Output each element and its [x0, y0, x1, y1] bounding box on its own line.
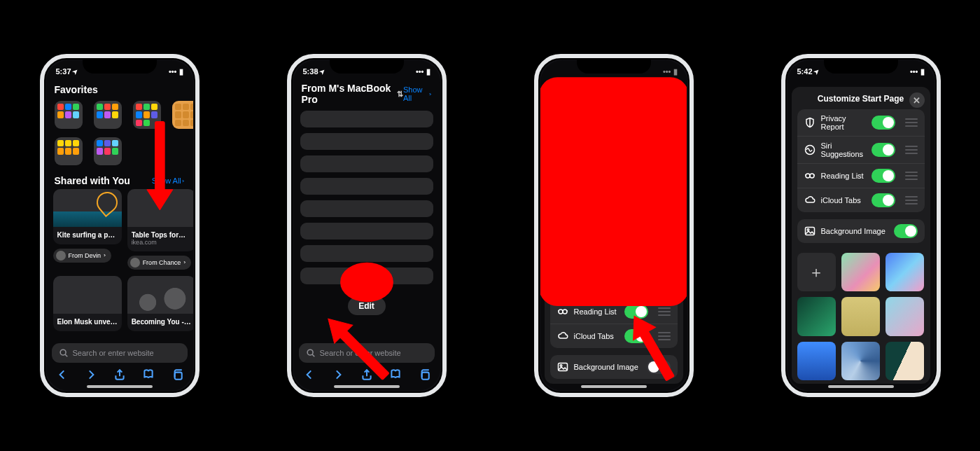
tab-row[interactable] [300, 268, 433, 284]
add-wallpaper-button[interactable]: ＋ [797, 253, 836, 291]
home-indicator[interactable] [87, 385, 153, 388]
wallpaper-option[interactable] [797, 342, 836, 380]
status-time: 5:38 [303, 67, 318, 76]
favorite-folder[interactable] [94, 137, 122, 165]
close-button[interactable]: ✕ [909, 92, 925, 108]
settings-row: Siri Suggestions [797, 137, 925, 164]
back-icon[interactable] [303, 368, 316, 381]
wallpaper-option[interactable] [886, 342, 924, 380]
sheet-title: Customize Start Page [818, 94, 904, 104]
status-indicators: ••• ▮ [169, 67, 183, 76]
search-field[interactable]: Search or enter website [52, 343, 188, 363]
shared-with-you-header: Shared with You [55, 175, 130, 186]
tabs-icon[interactable] [171, 368, 183, 381]
tab-row[interactable] [300, 155, 433, 172]
siri-icon [804, 144, 816, 155]
row-toggle[interactable] [624, 224, 648, 238]
bookmarks-icon[interactable] [142, 368, 155, 381]
favorite-folder[interactable] [94, 101, 122, 129]
edit-button[interactable]: Edit [348, 297, 386, 315]
wallpaper-option[interactable] [886, 253, 924, 291]
row-toggle[interactable] [624, 329, 648, 343]
settings-row: Reading List [550, 300, 678, 324]
close-button[interactable]: ✕ [662, 92, 678, 108]
drag-handle-icon[interactable] [658, 200, 671, 208]
show-all-link[interactable]: Show All› [403, 85, 432, 102]
home-indicator[interactable] [334, 385, 400, 388]
home-indicator[interactable] [828, 385, 894, 388]
location-icon: ➤ [71, 67, 80, 76]
share-icon[interactable] [113, 368, 126, 381]
row-label: Privacy Report [574, 250, 619, 267]
tab-row[interactable] [300, 245, 433, 262]
sync-toggle[interactable] [647, 116, 671, 130]
wallpaper-option[interactable] [841, 297, 880, 335]
tab-row[interactable] [300, 223, 433, 240]
star-icon [557, 172, 568, 183]
tab-row[interactable] [300, 133, 433, 150]
phone-4-background-images: 5:42➤ ••• ▮ Customize Start Page ✕ Priva… [781, 54, 941, 397]
favorite-folder[interactable] [55, 101, 83, 129]
bg-image-toggle[interactable] [647, 360, 671, 374]
updown-icon[interactable]: ⇅ [397, 90, 403, 99]
row-toggle[interactable] [872, 143, 895, 157]
row-label: Reading List [574, 307, 619, 316]
contact-chip[interactable]: From Devin› [53, 249, 112, 263]
shared-card[interactable]: Becoming You -… [127, 276, 193, 331]
show-all-link[interactable]: Show All› [152, 176, 185, 185]
bg-image-toggle[interactable] [894, 224, 918, 238]
tabs-icon[interactable] [418, 368, 430, 381]
shared-card[interactable]: Table Tops for…ikea.com From Chance› [127, 189, 193, 270]
drag-handle-icon[interactable] [658, 254, 671, 263]
row-toggle[interactable] [872, 116, 895, 130]
drag-handle-icon[interactable] [905, 196, 918, 204]
row-toggle[interactable] [624, 197, 648, 211]
cloud-icon [557, 331, 568, 342]
favorite-folder[interactable] [172, 101, 193, 129]
drag-handle-icon[interactable] [658, 307, 671, 316]
icloud-tabs-list [293, 105, 440, 290]
row-toggle[interactable] [872, 193, 895, 207]
row-toggle[interactable] [624, 251, 648, 265]
settings-row: Reading List [797, 164, 925, 188]
drag-handle-icon[interactable] [905, 146, 918, 154]
row-label: iCloud Tabs [574, 332, 619, 340]
status-time: 5:42 [797, 67, 813, 76]
siri-icon [557, 280, 568, 291]
people-icon [557, 226, 568, 237]
location-icon: ➤ [318, 67, 327, 76]
drag-handle-icon[interactable] [658, 282, 671, 290]
bookmarks-icon[interactable] [389, 368, 402, 381]
row-toggle[interactable] [624, 171, 648, 185]
tab-row[interactable] [300, 200, 433, 217]
card-thumb [127, 276, 193, 314]
row-label: Privacy Report [821, 114, 866, 131]
drag-handle-icon[interactable] [905, 118, 918, 127]
home-indicator[interactable] [581, 385, 647, 388]
drag-handle-icon[interactable] [658, 227, 671, 235]
row-toggle[interactable] [872, 169, 895, 183]
phone-1-start-page: 5:37➤ ••• ▮ Favorites Shared with You Sh… [40, 54, 200, 397]
favorites-grid [53, 99, 186, 172]
row-toggle[interactable] [624, 305, 648, 319]
back-icon[interactable] [56, 368, 69, 381]
wallpaper-option[interactable] [841, 253, 880, 291]
drag-handle-icon[interactable] [905, 172, 918, 180]
wallpaper-option[interactable] [797, 297, 836, 335]
drag-handle-icon[interactable] [658, 332, 671, 340]
tab-row[interactable] [300, 111, 433, 127]
search-field[interactable]: Search or enter website [299, 343, 435, 363]
shared-card[interactable]: Elon Musk unve… [53, 276, 122, 331]
contact-chip[interactable]: From Chance› [127, 256, 192, 270]
tab-row[interactable] [300, 178, 433, 195]
share-icon[interactable] [360, 368, 373, 381]
favorite-folder[interactable] [55, 137, 83, 165]
row-toggle[interactable] [624, 279, 648, 293]
sheet-title: Customize Start Page [570, 94, 657, 104]
drag-handle-icon[interactable] [658, 174, 671, 182]
shared-card[interactable]: Kite surfing a p… From Devin› [53, 189, 122, 270]
wallpaper-option[interactable] [886, 297, 924, 335]
image-icon [557, 361, 568, 373]
wallpaper-option[interactable] [841, 342, 880, 380]
favorite-folder[interactable] [133, 101, 161, 129]
